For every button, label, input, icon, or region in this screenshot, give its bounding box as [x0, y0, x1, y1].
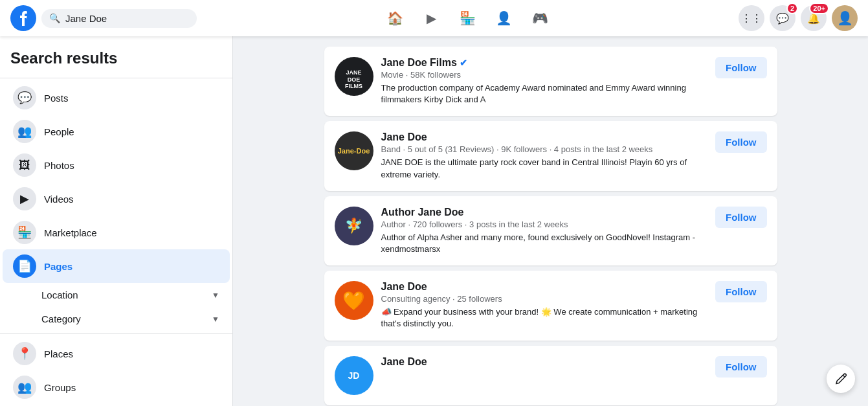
places-icon: 📍: [13, 342, 36, 365]
videos-icon: ▶: [13, 187, 36, 210]
search-bar[interactable]: 🔍: [41, 9, 197, 28]
result-card-5: JD Jane Doe Follow: [324, 346, 777, 405]
result-meta-1: Movie · 58K followers: [381, 70, 708, 80]
result-name-4: Jane Doe: [381, 281, 708, 293]
photos-icon: 🖼: [13, 153, 36, 177]
messenger-btn[interactable]: 💬 2: [770, 5, 796, 31]
result-info-3: Author Jane Doe Author · 720 followers ·…: [381, 207, 708, 255]
notifications-btn[interactable]: 🔔 20+: [801, 5, 827, 31]
sidebar-filter-category[interactable]: Category ▼: [3, 307, 230, 331]
compose-button[interactable]: [827, 365, 855, 393]
sidebar-label-people: People: [44, 126, 74, 137]
people-icon: 👥: [13, 120, 36, 143]
results-list: JANEDOEFILMS Jane Doe Films ✔ Movie · 58…: [324, 47, 777, 405]
nav-right: ⋮⋮ 💬 2 🔔 20+ 👤: [739, 5, 858, 31]
result-info-4: Jane Doe Consulting agency · 25 follower…: [381, 281, 708, 330]
result-card-1: JANEDOEFILMS Jane Doe Films ✔ Movie · 58…: [324, 47, 777, 116]
sidebar-filter-location[interactable]: Location ▼: [3, 283, 230, 307]
messenger-badge: 2: [786, 3, 798, 14]
sidebar: Search results 💬 Posts 👥 People 🖼 Photos…: [0, 36, 233, 406]
groups-icon: 👥: [13, 376, 36, 399]
sidebar-item-pages[interactable]: 📄 Pages: [3, 249, 230, 283]
result-action-1: Follow: [715, 57, 767, 78]
sidebar-label-groups: Groups: [44, 382, 76, 393]
home-nav-btn[interactable]: 🏠: [380, 3, 411, 34]
result-action-4: Follow: [715, 281, 767, 302]
result-card-2: Jane-Doe Jane Doe Band · 5 out of 5 (31 …: [324, 121, 777, 190]
main-layout: Search results 💬 Posts 👥 People 🖼 Photos…: [0, 36, 868, 406]
sidebar-item-videos[interactable]: ▶ Videos: [3, 182, 230, 216]
sidebar-item-photos[interactable]: 🖼 Photos: [3, 148, 230, 182]
result-avatar-2: Jane-Doe: [335, 131, 373, 170]
sidebar-label-photos: Photos: [44, 160, 74, 171]
sidebar-item-places[interactable]: 📍 Places: [3, 337, 230, 370]
result-action-2: Follow: [715, 131, 767, 153]
result-name-2: Jane Doe: [381, 131, 708, 143]
groups-nav-btn[interactable]: 👤: [489, 3, 520, 34]
result-desc-3: Author of Alpha Asher and many more, fou…: [381, 232, 708, 255]
sidebar-item-groups[interactable]: 👥 Groups: [3, 370, 230, 404]
result-desc-4: 📣 Expand your business with your brand! …: [381, 306, 708, 330]
sidebar-label-posts: Posts: [44, 93, 69, 104]
sidebar-title: Search results: [0, 44, 232, 75]
result-card-3: 🧚 Author Jane Doe Author · 720 followers…: [324, 196, 777, 265]
user-avatar[interactable]: 👤: [832, 5, 858, 31]
sidebar-divider-2: [0, 333, 232, 334]
results-main: JANEDOEFILMS Jane Doe Films ✔ Movie · 58…: [233, 36, 868, 406]
category-chevron-icon: ▼: [212, 315, 219, 324]
search-icon: 🔍: [49, 13, 60, 23]
result-desc-2: JANE DOE is the ultimate party rock cove…: [381, 157, 708, 180]
result-card-4: 🧡 Jane Doe Consulting agency · 25 follow…: [324, 271, 777, 340]
sidebar-item-posts[interactable]: 💬 Posts: [3, 81, 230, 115]
follow-button-5[interactable]: Follow: [715, 356, 767, 378]
follow-button-2[interactable]: Follow: [715, 131, 767, 153]
result-avatar-5: JD: [335, 356, 373, 395]
sidebar-label-places: Places: [44, 348, 73, 359]
result-avatar-1: JANEDOEFILMS: [335, 57, 373, 96]
sidebar-label-marketplace: Marketplace: [44, 227, 97, 238]
follow-button-4[interactable]: Follow: [715, 281, 767, 302]
result-info-2: Jane Doe Band · 5 out of 5 (31 Reviews) …: [381, 131, 708, 180]
result-meta-3: Author · 720 followers · 3 posts in the …: [381, 220, 708, 229]
sidebar-divider: [0, 78, 232, 78]
facebook-logo[interactable]: [10, 5, 36, 31]
verified-icon-1: ✔: [460, 58, 467, 68]
category-filter-label: Category: [41, 313, 81, 324]
result-action-5: Follow: [715, 356, 767, 378]
follow-button-3[interactable]: Follow: [715, 207, 767, 228]
grid-menu-btn[interactable]: ⋮⋮: [739, 5, 764, 31]
sidebar-label-videos: Videos: [44, 194, 74, 205]
marketplace-nav-btn[interactable]: 🏪: [452, 3, 484, 34]
result-name-5: Jane Doe: [381, 356, 708, 368]
nav-center: 🏠 ▶ 🏪 👤 🎮: [197, 3, 739, 34]
pages-icon: 📄: [13, 254, 36, 278]
sidebar-label-pages: Pages: [44, 261, 72, 272]
result-desc-1: The production company of Academy Award …: [381, 82, 708, 106]
result-meta-2: Band · 5 out of 5 (31 Reviews) · 9K foll…: [381, 144, 708, 154]
follow-button-1[interactable]: Follow: [715, 57, 767, 78]
result-action-3: Follow: [715, 207, 767, 228]
result-name-3: Author Jane Doe: [381, 207, 708, 218]
result-name-1: Jane Doe Films ✔: [381, 57, 708, 69]
notifications-badge: 20+: [809, 3, 829, 14]
search-input[interactable]: [65, 13, 182, 24]
result-info-1: Jane Doe Films ✔ Movie · 58K followers T…: [381, 57, 708, 106]
gaming-nav-btn[interactable]: 🎮: [525, 3, 556, 34]
location-filter-label: Location: [41, 289, 78, 300]
result-avatar-4: 🧡: [335, 281, 373, 320]
top-navigation: 🔍 🏠 ▶ 🏪 👤 🎮 ⋮⋮ 💬 2 🔔 20+ 👤: [0, 0, 868, 36]
sidebar-item-people[interactable]: 👥 People: [3, 115, 230, 148]
svg-line-1: [843, 375, 845, 377]
watch-nav-btn[interactable]: ▶: [416, 3, 447, 34]
marketplace-icon: 🏪: [13, 221, 36, 244]
result-meta-4: Consulting agency · 25 followers: [381, 294, 708, 304]
posts-icon: 💬: [13, 86, 36, 109]
result-avatar-3: 🧚: [335, 207, 373, 245]
sidebar-item-marketplace[interactable]: 🏪 Marketplace: [3, 216, 230, 249]
result-info-5: Jane Doe: [381, 356, 708, 368]
location-chevron-icon: ▼: [212, 291, 219, 300]
